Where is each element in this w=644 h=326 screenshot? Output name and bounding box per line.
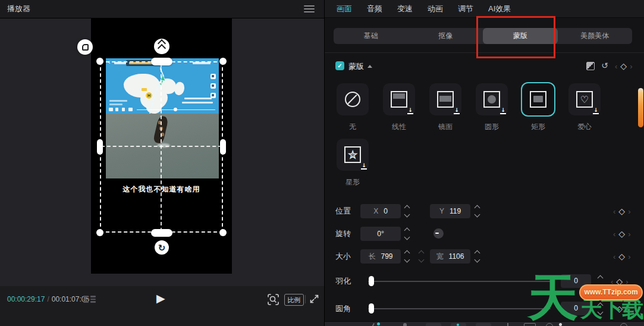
invert-mask-icon[interactable] bbox=[586, 62, 595, 70]
mask-corner-handle[interactable] bbox=[219, 229, 227, 236]
prev-keyframe-icon[interactable]: ‹ bbox=[611, 278, 613, 286]
corner-keyframe[interactable]: ‹ ◇ › bbox=[611, 305, 628, 313]
prev-keyframe-icon[interactable]: ‹ bbox=[613, 208, 615, 215]
prev-keyframe-icon[interactable]: ‹ bbox=[613, 230, 615, 238]
mask-option-rectangle[interactable]: 矩形 bbox=[522, 83, 554, 132]
prev-keyframe-icon[interactable]: ‹ bbox=[611, 305, 613, 313]
rotation-dial[interactable] bbox=[433, 228, 444, 239]
collapse-caret-icon[interactable] bbox=[367, 65, 372, 68]
size-link-toggle[interactable] bbox=[417, 251, 425, 262]
toolbar-button[interactable] bbox=[426, 323, 441, 326]
feather-value[interactable]: 0 bbox=[561, 274, 591, 288]
ruler-icon[interactable] bbox=[524, 323, 536, 326]
mask-feather-handle[interactable] bbox=[154, 39, 169, 54]
tab-audio[interactable]: 音频 bbox=[367, 4, 382, 14]
undo-icon[interactable] bbox=[546, 323, 553, 326]
corner-stepper[interactable] bbox=[596, 303, 604, 314]
keyframe-control[interactable]: ‹ ◇ › bbox=[615, 62, 632, 70]
size-height-field[interactable]: 宽 1106 bbox=[430, 249, 470, 264]
subtab-beauty[interactable]: 美颜美体 bbox=[558, 28, 633, 44]
size-keyframe[interactable]: ‹ ◇ › bbox=[613, 252, 630, 261]
prev-keyframe-icon[interactable]: ‹ bbox=[615, 62, 617, 70]
menu-icon[interactable] bbox=[304, 5, 315, 12]
rotation-value: 0° bbox=[377, 230, 384, 238]
prev-keyframe-icon[interactable]: ‹ bbox=[613, 253, 615, 261]
mask-option-circle[interactable]: ↓ 圆形 bbox=[476, 83, 508, 132]
mask-option-none[interactable]: 无 bbox=[337, 83, 369, 132]
mic-icon[interactable] bbox=[403, 323, 407, 326]
mask-option-star[interactable]: ★ ↓ 星形 bbox=[337, 139, 369, 187]
position-x-field[interactable]: X 0 bbox=[360, 204, 401, 218]
fullscreen-button[interactable] bbox=[309, 294, 319, 304]
tab-speed[interactable]: 变速 bbox=[397, 4, 413, 14]
mask-enabled-checkbox[interactable]: ✓ bbox=[335, 61, 344, 70]
mask-option-heart[interactable]: ♡ ↓ 爱心 bbox=[568, 83, 601, 132]
mask-corner-handle[interactable] bbox=[96, 58, 103, 65]
play-button[interactable]: ▶ bbox=[156, 291, 165, 305]
mask-left-handle[interactable] bbox=[97, 139, 103, 155]
mask-bottom-handle[interactable] bbox=[151, 229, 172, 237]
next-keyframe-icon[interactable]: › bbox=[630, 62, 632, 70]
keyframe-diamond-icon[interactable]: ◇ bbox=[618, 207, 625, 215]
size-width-stepper[interactable] bbox=[403, 251, 411, 262]
next-keyframe-icon[interactable]: › bbox=[626, 278, 628, 286]
rotation-keyframe[interactable]: ‹ ◇ › bbox=[613, 230, 630, 238]
split-view-icon[interactable] bbox=[83, 296, 96, 303]
mask-option-mirror[interactable]: ↓ 镜面 bbox=[429, 83, 461, 132]
mask-rotate-handle[interactable]: ↻ bbox=[155, 240, 169, 255]
subtab-keying[interactable]: 抠像 bbox=[409, 28, 483, 44]
download-icon: ↓ bbox=[407, 108, 413, 114]
h-value: 1106 bbox=[449, 252, 464, 261]
help-icon[interactable] bbox=[620, 323, 627, 326]
keyframe-diamond-icon[interactable]: ◇ bbox=[616, 277, 623, 286]
tab-adjust[interactable]: 调节 bbox=[458, 4, 473, 14]
next-keyframe-icon[interactable]: › bbox=[628, 208, 630, 215]
corner-value[interactable]: 0 bbox=[561, 302, 591, 315]
tab-picture[interactable]: 画面 bbox=[337, 4, 352, 14]
plus-icon[interactable] bbox=[507, 323, 508, 326]
keyframe-diamond-icon[interactable]: ◇ bbox=[618, 230, 625, 238]
mask-right-handle[interactable] bbox=[220, 139, 226, 155]
position-y-field[interactable]: Y 119 bbox=[430, 204, 470, 218]
size-width-field[interactable]: 长 799 bbox=[360, 249, 401, 264]
subtab-basic[interactable]: 基础 bbox=[334, 28, 409, 44]
rectangle-mask-icon bbox=[530, 91, 546, 108]
next-keyframe-icon[interactable]: › bbox=[628, 253, 630, 261]
mask-corner-handle[interactable] bbox=[96, 229, 103, 236]
mask-roundness-handle[interactable] bbox=[77, 39, 93, 55]
player-title: 播放器 bbox=[7, 0, 30, 18]
keyframe-diamond-icon[interactable]: ◇ bbox=[618, 252, 625, 261]
position-x-stepper[interactable] bbox=[403, 206, 411, 217]
scrollbar-thumb[interactable] bbox=[638, 88, 643, 127]
next-keyframe-icon[interactable]: › bbox=[628, 230, 630, 238]
feather-keyframe[interactable]: ‹ ◇ › bbox=[611, 277, 628, 286]
corner-slider-track[interactable] bbox=[368, 308, 551, 309]
feather-stepper[interactable] bbox=[596, 276, 604, 287]
mask-option-linear[interactable]: ↓ 线性 bbox=[383, 83, 415, 132]
next-keyframe-icon[interactable]: › bbox=[626, 305, 628, 313]
toolbar-button[interactable] bbox=[476, 323, 491, 326]
feather-slider-thumb[interactable] bbox=[369, 276, 374, 286]
keyframe-diamond-icon[interactable]: ◇ bbox=[620, 62, 627, 70]
mask-top-handle[interactable] bbox=[151, 58, 172, 65]
record-dot bbox=[559, 323, 562, 326]
rotation-field[interactable]: 0° bbox=[360, 227, 401, 241]
position-y-stepper[interactable] bbox=[473, 206, 481, 217]
tab-ai-effects[interactable]: AI效果 bbox=[488, 4, 511, 14]
tab-animation[interactable]: 动画 bbox=[428, 4, 443, 14]
download-icon: ↓ bbox=[593, 108, 599, 114]
ratio-button[interactable]: 比例 bbox=[284, 294, 304, 306]
keyframe-diamond-icon[interactable]: ◇ bbox=[616, 305, 623, 313]
reset-icon[interactable]: ↺ bbox=[601, 61, 608, 70]
size-height-stepper[interactable] bbox=[473, 251, 481, 262]
preview-quality-button[interactable] bbox=[267, 293, 279, 306]
mask-section-header: ✓ 蒙版 ↺ ‹ ◇ › bbox=[325, 59, 644, 73]
corner-slider-thumb[interactable] bbox=[369, 303, 374, 314]
time-separator: / bbox=[47, 295, 49, 303]
player-header: 播放器 bbox=[0, 0, 324, 18]
feather-slider-track[interactable] bbox=[368, 281, 551, 282]
rotation-stepper[interactable] bbox=[403, 228, 411, 239]
magic-wand-icon[interactable] bbox=[371, 323, 375, 326]
position-keyframe[interactable]: ‹ ◇ › bbox=[613, 207, 630, 215]
mask-corner-handle[interactable] bbox=[219, 58, 227, 65]
